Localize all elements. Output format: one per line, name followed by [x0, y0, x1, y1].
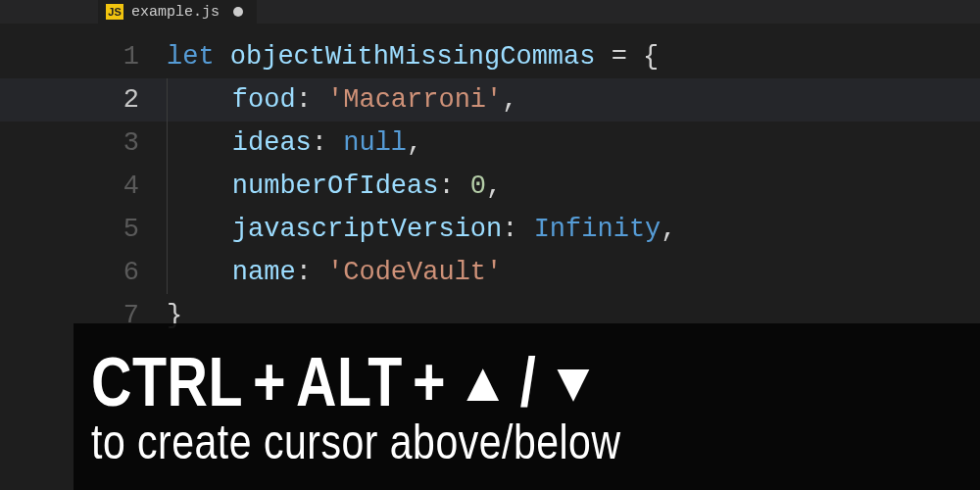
line-number: 5: [0, 208, 167, 251]
line-number: 6: [0, 251, 167, 294]
code-line: 6 name: 'CodeVault': [0, 251, 980, 294]
code-content: javascriptVersion: Infinity,: [167, 208, 980, 251]
js-file-icon: JS: [106, 4, 123, 20]
code-content: let objectWithMissingCommas = {: [167, 35, 980, 78]
line-number: 1: [0, 35, 167, 78]
shortcut-keys: CTRL + ALT + ▲ / ▼: [91, 347, 980, 416]
code-line: 3 ideas: null,: [0, 122, 980, 165]
arrow-up-icon: ▲: [456, 354, 511, 409]
code-line: 5 javascriptVersion: Infinity,: [0, 208, 980, 251]
code-line: 2 food: 'Macarroni',: [0, 78, 980, 122]
arrow-down-icon: ▼: [546, 354, 601, 409]
line-number: 2: [0, 78, 167, 122]
shortcut-description: to create cursor above/below: [91, 416, 980, 467]
tab-example-js[interactable]: JS example.js: [98, 0, 257, 24]
code-content: numberOfIdeas: 0,: [167, 165, 980, 208]
code-content: name: 'CodeVault': [167, 251, 980, 294]
unsaved-indicator-icon: [233, 7, 243, 17]
code-content: food: 'Macarroni',: [167, 78, 980, 122]
tab-strip: JS example.js: [0, 0, 980, 24]
code-line: 1 let objectWithMissingCommas = {: [0, 35, 980, 78]
line-number: 3: [0, 122, 167, 165]
editor-window: JS example.js 1 let objectWithMissingCom…: [0, 0, 980, 490]
tab-filename: example.js: [131, 4, 220, 21]
code-content: ideas: null,: [167, 122, 980, 165]
code-line: 4 numberOfIdeas: 0,: [0, 165, 980, 208]
shortcut-caption-overlay: CTRL + ALT + ▲ / ▼ to create cursor abov…: [74, 323, 980, 490]
line-number: 4: [0, 165, 167, 208]
